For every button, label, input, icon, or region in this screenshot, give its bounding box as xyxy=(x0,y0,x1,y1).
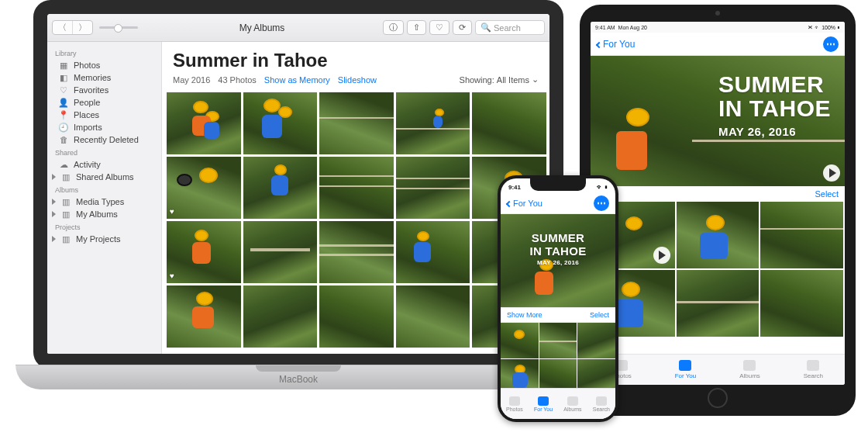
sidebar-item-favorites[interactable]: ♡Favorites xyxy=(47,84,161,96)
iphone-notch xyxy=(530,178,586,191)
heart-icon: ♡ xyxy=(58,85,69,95)
memory-hero[interactable]: SUMMER IN TAHOE MAY 26, 2016 xyxy=(501,214,615,307)
status-time: 9:41 xyxy=(508,184,521,191)
select-button[interactable]: Select xyxy=(815,189,839,199)
sidebar-item-shared-albums[interactable]: ▥Shared Albums xyxy=(47,171,161,183)
sidebar-item-memories[interactable]: ◧Memories xyxy=(47,71,161,84)
tab-photos[interactable]: Photos xyxy=(506,396,523,412)
favorite-button[interactable]: ♡ xyxy=(429,20,450,35)
zoom-slider[interactable] xyxy=(99,26,138,29)
slideshow-link[interactable]: Slideshow xyxy=(338,75,377,85)
sidebar-item-imports[interactable]: 🕘Imports xyxy=(47,121,161,133)
macbook-label: MacBook xyxy=(279,374,318,385)
photo-thumbnail[interactable] xyxy=(396,221,470,283)
iphone-screen: 9:41 ᯤ ▮ For You ⋯ SUMMER IN TAHOE MAY 2… xyxy=(501,178,615,419)
sidebar-header-shared: Shared xyxy=(47,146,161,158)
memory-title-overlay: SUMMER IN TAHOE MAY 26, 2016 xyxy=(530,231,587,266)
photo-thumbnail[interactable] xyxy=(539,359,577,388)
photo-thumbnail[interactable] xyxy=(243,221,318,283)
tab-for-you[interactable]: For You xyxy=(675,360,697,379)
sidebar-item-my-projects[interactable]: ▥My Projects xyxy=(47,233,161,245)
sidebar-item-activity[interactable]: ☁Activity xyxy=(47,158,161,171)
album-date: May 2016 xyxy=(173,75,210,85)
sidebar-item-recently-deleted[interactable]: 🗑Recently Deleted xyxy=(47,133,161,146)
photo-thumbnail[interactable] xyxy=(472,92,546,154)
photo-thumbnail[interactable] xyxy=(243,285,318,348)
tab-for-you[interactable]: For You xyxy=(534,396,553,412)
search-icon: 🔍 xyxy=(480,22,491,33)
play-button[interactable] xyxy=(823,164,840,182)
play-button[interactable] xyxy=(653,247,670,264)
share-button[interactable]: ⇧ xyxy=(407,20,426,35)
memory-title-line2: IN TAHOE xyxy=(718,97,831,121)
sidebar-item-people[interactable]: 👤People xyxy=(47,96,161,109)
photo-thumbnail[interactable] xyxy=(577,359,615,388)
photos-icon: ▦ xyxy=(58,61,69,70)
person-icon: 👤 xyxy=(58,98,69,107)
photo-thumbnail[interactable] xyxy=(760,270,843,337)
photo-thumbnail[interactable] xyxy=(396,157,470,219)
photo-thumbnail[interactable] xyxy=(167,285,241,348)
show-more-button[interactable]: Show More xyxy=(507,311,542,319)
status-indicators: ✕ ᯤ 100% ▮ xyxy=(808,25,840,30)
iphone-navbar: For You ⋯ xyxy=(501,192,615,214)
search-input[interactable]: 🔍 Search xyxy=(475,20,545,35)
ipad-navbar: For You ⋯ xyxy=(591,33,845,56)
more-button[interactable]: ⋯ xyxy=(594,196,609,211)
photo-thumbnail[interactable]: ♥ xyxy=(167,221,241,283)
photo-thumbnail[interactable]: ♥ xyxy=(167,157,241,219)
memory-hero[interactable]: SUMMER IN TAHOE MAY 26, 2016 xyxy=(591,56,845,186)
sidebar-item-photos[interactable]: ▦Photos xyxy=(47,59,161,71)
back-forward-seg[interactable]: 〈 〉 xyxy=(52,20,93,35)
memories-icon: ◧ xyxy=(58,73,69,82)
photo-thumbnail[interactable] xyxy=(677,270,760,337)
photo-thumbnail[interactable] xyxy=(319,92,394,154)
album-main: Summer in Tahoe May 2016 43 Photos Show … xyxy=(162,42,549,354)
folder-icon: ▥ xyxy=(60,172,71,182)
photo-thumbnail[interactable] xyxy=(760,202,843,268)
window-title: My Albums xyxy=(239,22,285,33)
photo-thumbnail[interactable] xyxy=(319,221,394,283)
foryou-icon xyxy=(538,396,549,406)
tab-albums[interactable]: Albums xyxy=(563,396,581,412)
disclosure-icon xyxy=(52,211,56,217)
tab-label: For You xyxy=(675,372,697,379)
sidebar-item-label: Shared Albums xyxy=(76,172,134,182)
photo-thumbnail[interactable] xyxy=(319,285,394,348)
sidebar: Library ▦Photos ◧Memories ♡Favorites 👤Pe… xyxy=(47,42,162,354)
albums-icon xyxy=(567,396,578,406)
photo-thumbnail[interactable] xyxy=(539,323,577,358)
ipad-screen: 9:41 AM Mon Aug 20 ✕ ᯤ 100% ▮ For You ⋯ … xyxy=(591,22,845,385)
photo-thumbnail[interactable] xyxy=(396,92,470,154)
sidebar-item-my-albums[interactable]: ▥My Albums xyxy=(47,208,161,220)
back-button[interactable]: For You xyxy=(597,39,635,50)
folder-icon: ▥ xyxy=(60,197,71,206)
photo-thumbnail[interactable] xyxy=(577,323,615,358)
search-icon xyxy=(596,396,607,406)
forward-icon[interactable]: 〉 xyxy=(73,21,92,34)
sidebar-item-media-types[interactable]: ▥Media Types xyxy=(47,196,161,208)
photos-icon xyxy=(509,396,520,406)
tab-search[interactable]: Search xyxy=(804,360,823,379)
back-button[interactable]: For You xyxy=(507,199,542,208)
ipad-home-button[interactable] xyxy=(708,388,728,408)
photo-thumbnail[interactable] xyxy=(319,157,394,219)
showing-filter[interactable]: Showing: All Items ⌄ xyxy=(460,74,539,85)
select-button[interactable]: Select xyxy=(590,311,609,319)
sidebar-item-places[interactable]: 📍Places xyxy=(47,109,161,121)
more-button[interactable]: ⋯ xyxy=(823,36,839,52)
photo-thumbnail[interactable] xyxy=(243,157,318,219)
tab-search[interactable]: Search xyxy=(593,396,610,412)
back-icon[interactable]: 〈 xyxy=(53,21,73,34)
photo-thumbnail[interactable] xyxy=(677,202,760,268)
photo-thumbnail[interactable] xyxy=(167,92,241,154)
photo-thumbnail[interactable] xyxy=(501,323,539,358)
tab-albums[interactable]: Albums xyxy=(739,360,760,379)
photo-thumbnail[interactable] xyxy=(396,285,470,348)
info-button[interactable]: ⓘ xyxy=(383,20,404,35)
tab-label: Photos xyxy=(506,407,523,412)
rotate-button[interactable]: ⟳ xyxy=(453,20,472,35)
photo-thumbnail[interactable] xyxy=(501,359,539,388)
photo-thumbnail[interactable] xyxy=(243,92,318,154)
show-as-memory-link[interactable]: Show as Memory xyxy=(264,75,330,85)
